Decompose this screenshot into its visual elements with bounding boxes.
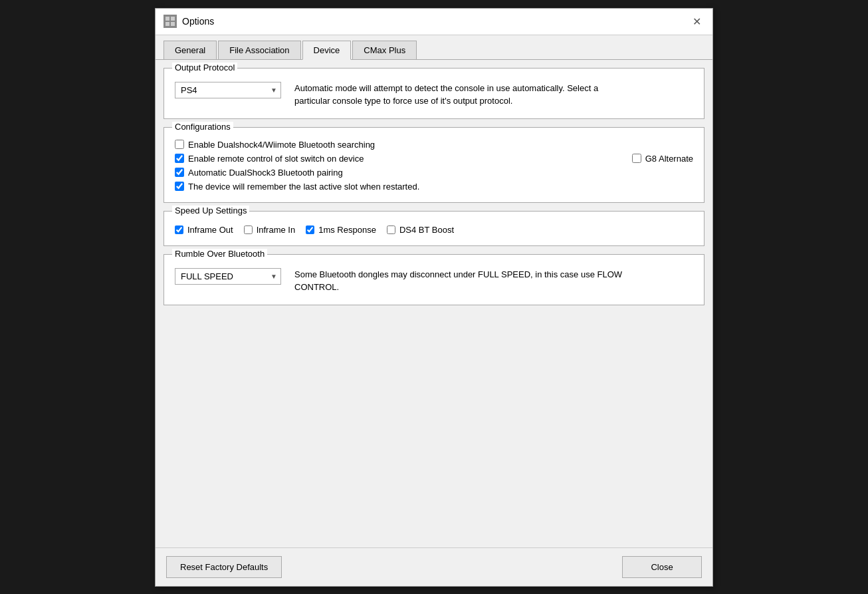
speed-ds4-bt-boost-text: DS4 BT Boost	[399, 225, 454, 235]
content-spacer	[163, 313, 705, 539]
speed-inframe-out-text: Inframe Out	[187, 225, 233, 235]
output-protocol-row: Automatic PS4 PS3 Xbox 360 Xbox One ▼ Au…	[175, 82, 693, 108]
speed-up-row: Inframe Out Inframe In 1ms Response DS4 …	[175, 225, 693, 235]
config-ds4-bluetooth-label[interactable]: Enable Dualshock4/Wiimote Bluetooth sear…	[175, 140, 375, 150]
titlebar-left: Options	[163, 15, 214, 28]
config-remote-slot-row: Enable remote control of slot switch on …	[175, 154, 693, 164]
config-remote-slot-text: Enable remote control of slot switch on …	[188, 154, 364, 164]
config-g8-alternate-checkbox[interactable]	[632, 154, 641, 163]
speed-1ms-response-checkbox[interactable]	[306, 225, 314, 234]
section-rumble: Rumble Over Bluetooth FULL SPEED FLOW CO…	[163, 254, 705, 305]
rumble-row: FULL SPEED FLOW CONTROL ▼ Some Bluetooth…	[175, 268, 693, 294]
tab-cmax-plus[interactable]: CMax Plus	[352, 41, 417, 60]
section-configurations-title: Configurations	[172, 122, 233, 132]
config-remember-slot-checkbox[interactable]	[175, 182, 184, 191]
speed-inframe-out-checkbox[interactable]	[175, 225, 183, 234]
reset-factory-defaults-button[interactable]: Reset Factory Defaults	[166, 556, 282, 578]
speed-1ms-response-label[interactable]: 1ms Response	[306, 225, 376, 235]
config-g8-alternate-text: G8 Alternate	[645, 154, 693, 164]
config-g8-alternate-label[interactable]: G8 Alternate	[632, 154, 693, 164]
speed-1ms-response-text: 1ms Response	[318, 225, 376, 235]
section-rumble-title: Rumble Over Bluetooth	[172, 249, 267, 259]
close-icon-button[interactable]: ✕	[689, 13, 705, 29]
tabs-bar: General File Association Device CMax Plu…	[156, 35, 712, 60]
tab-device[interactable]: Device	[302, 41, 352, 60]
section-output-protocol-title: Output Protocol	[172, 63, 237, 73]
config-ds4-bluetooth-checkbox[interactable]	[175, 140, 184, 149]
config-remote-slot-checkbox[interactable]	[175, 154, 184, 163]
speed-ds4-bt-boost-checkbox[interactable]	[387, 225, 395, 234]
tab-file-association[interactable]: File Association	[218, 41, 300, 60]
config-ds3-bluetooth-text: Automatic DualShock3 Bluetooth pairing	[188, 168, 343, 178]
svg-rect-2	[171, 17, 175, 21]
speed-inframe-in-label[interactable]: Inframe In	[244, 225, 296, 235]
config-ds3-bluetooth-label[interactable]: Automatic DualShock3 Bluetooth pairing	[175, 168, 343, 178]
options-dialog: Options ✕ General File Association Devic…	[155, 8, 713, 587]
tab-general[interactable]: General	[163, 41, 217, 60]
rumble-select-wrapper: FULL SPEED FLOW CONTROL ▼	[175, 268, 281, 285]
speed-up-content: Inframe Out Inframe In 1ms Response DS4 …	[175, 225, 693, 235]
section-configurations: Configurations Enable Dualshock4/Wiimote…	[163, 127, 705, 203]
svg-rect-1	[165, 17, 169, 21]
rumble-description: Some Bluetooth dongles may disconnect un…	[294, 268, 627, 294]
svg-rect-4	[171, 22, 175, 26]
config-remember-slot-label[interactable]: The device will remember the last active…	[175, 182, 419, 192]
config-ds3-bluetooth-checkbox[interactable]	[175, 168, 184, 177]
speed-inframe-in-text: Inframe In	[257, 225, 296, 235]
protocol-select[interactable]: Automatic PS4 PS3 Xbox 360 Xbox One	[175, 82, 281, 98]
output-protocol-content: Automatic PS4 PS3 Xbox 360 Xbox One ▼ Au…	[175, 82, 693, 108]
svg-rect-3	[165, 22, 169, 26]
config-ds4-bluetooth-row: Enable Dualshock4/Wiimote Bluetooth sear…	[175, 140, 693, 150]
section-output-protocol: Output Protocol Automatic PS4 PS3 Xbox 3…	[163, 68, 705, 119]
protocol-description: Automatic mode will attempt to detect th…	[294, 82, 627, 108]
config-remote-slot-label[interactable]: Enable remote control of slot switch on …	[175, 154, 364, 164]
speed-ds4-bt-boost-label[interactable]: DS4 BT Boost	[387, 225, 454, 235]
speed-inframe-out-label[interactable]: Inframe Out	[175, 225, 233, 235]
protocol-select-wrapper: Automatic PS4 PS3 Xbox 360 Xbox One ▼	[175, 82, 281, 98]
config-remember-slot-row: The device will remember the last active…	[175, 182, 693, 192]
rumble-content: FULL SPEED FLOW CONTROL ▼ Some Bluetooth…	[175, 268, 693, 294]
dialog-title: Options	[182, 16, 214, 27]
bottom-bar: Reset Factory Defaults Close	[156, 547, 712, 586]
config-ds4-bluetooth-text: Enable Dualshock4/Wiimote Bluetooth sear…	[188, 140, 375, 150]
speed-inframe-in-checkbox[interactable]	[244, 225, 253, 234]
titlebar: Options ✕	[156, 9, 712, 35]
config-remember-slot-text: The device will remember the last active…	[188, 182, 419, 192]
configurations-content: Enable Dualshock4/Wiimote Bluetooth sear…	[175, 140, 693, 192]
tab-content-device: Output Protocol Automatic PS4 PS3 Xbox 3…	[156, 59, 712, 547]
config-ds3-bluetooth-row: Automatic DualShock3 Bluetooth pairing	[175, 168, 693, 178]
close-button[interactable]: Close	[622, 556, 702, 578]
rumble-select[interactable]: FULL SPEED FLOW CONTROL	[175, 268, 281, 285]
section-speed-up-title: Speed Up Settings	[172, 206, 249, 216]
app-icon	[163, 15, 177, 28]
section-speed-up: Speed Up Settings Inframe Out Inframe In…	[163, 211, 705, 246]
